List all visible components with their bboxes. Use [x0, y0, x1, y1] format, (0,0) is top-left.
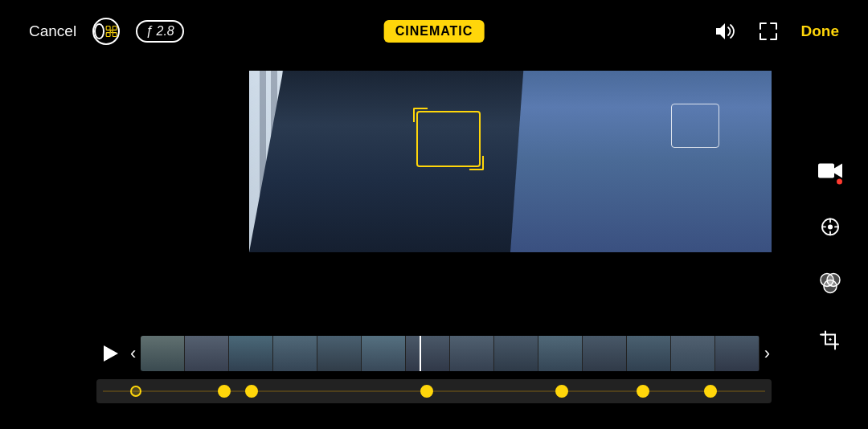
filmstrip[interactable]: [141, 336, 759, 371]
focus-track-line: [103, 391, 765, 392]
film-thumb: [538, 336, 583, 371]
film-thumb: [406, 336, 450, 371]
adjust-tool-icon: [819, 215, 841, 238]
adjust-tool-button[interactable]: [813, 210, 847, 243]
crop-tool-button[interactable]: [813, 322, 847, 356]
track-focus-icon[interactable]: [92, 18, 120, 45]
film-thumb: [229, 336, 273, 371]
film-thumb: [185, 336, 229, 371]
focus-track-dot[interactable]: [245, 385, 258, 398]
svg-point-10: [824, 280, 837, 292]
svg-rect-3: [113, 33, 117, 37]
film-thumb: [715, 336, 760, 371]
filmstrip-scroll-left[interactable]: ‹: [129, 343, 137, 364]
record-dot: [837, 178, 842, 184]
film-thumb: [273, 336, 317, 371]
focus-track-dot[interactable]: [555, 385, 568, 398]
aperture-value: ƒ 2.8: [145, 24, 174, 38]
toolbar-center: CINEMATIC: [384, 20, 485, 43]
focus-track-dot[interactable]: [637, 385, 649, 398]
svg-point-4: [110, 30, 113, 32]
toolbar: Cancel ƒ 2.8 CINEMATIC: [0, 0, 868, 63]
cancel-button[interactable]: Cancel: [29, 22, 76, 40]
cinematic-badge: CINEMATIC: [384, 20, 485, 43]
crop-tool-icon: [819, 328, 841, 350]
filmstrip-row: ‹ ›: [96, 333, 772, 374]
done-button[interactable]: Done: [801, 22, 840, 40]
aperture-badge[interactable]: ƒ 2.8: [136, 20, 184, 43]
film-thumb: [141, 336, 185, 371]
volume-svg: [713, 20, 735, 43]
expand-icon[interactable]: [758, 21, 779, 42]
dancer-background: [510, 71, 772, 252]
volume-icon[interactable]: [713, 20, 735, 43]
side-tools-panel: [813, 153, 847, 356]
play-button[interactable]: [96, 339, 125, 368]
film-thumb: [362, 336, 406, 371]
focus-track-row[interactable]: [96, 379, 772, 403]
video-container: [96, 63, 772, 333]
filmstrip-scroll-right[interactable]: ›: [763, 343, 772, 364]
video-tool-button[interactable]: [813, 153, 847, 187]
cinematic-label: CINEMATIC: [395, 24, 473, 38]
svg-rect-1: [113, 27, 117, 31]
toolbar-right: Done: [713, 20, 840, 43]
focus-box-primary[interactable]: [416, 111, 481, 167]
svg-rect-0: [106, 27, 110, 31]
film-thumb: [671, 336, 715, 371]
focus-box-secondary[interactable]: [671, 104, 719, 148]
focus-track-dot[interactable]: [218, 385, 231, 398]
film-thumb: [450, 336, 494, 371]
play-icon: [104, 345, 118, 362]
toolbar-left: Cancel ƒ 2.8: [29, 18, 184, 45]
phone-frame: Cancel ƒ 2.8 CINEMATIC: [0, 0, 868, 429]
video-frame[interactable]: [249, 71, 772, 252]
film-thumb: [494, 336, 538, 371]
focus-track-svg: [104, 18, 118, 44]
focus-track-dot[interactable]: [704, 385, 717, 398]
film-thumb: [583, 336, 627, 371]
bottom-controls: ‹ ›: [96, 333, 772, 421]
expand-svg: [758, 21, 779, 42]
film-thumb: [317, 336, 362, 371]
svg-rect-2: [106, 33, 110, 37]
color-tool-icon: [819, 272, 841, 294]
svg-rect-5: [818, 163, 834, 178]
focus-track-dot[interactable]: [130, 386, 141, 397]
video-tool-icon: [818, 161, 842, 180]
focus-track-dot[interactable]: [420, 385, 433, 398]
svg-point-7: [828, 224, 833, 229]
color-tool-button[interactable]: [813, 266, 847, 300]
film-thumb: [627, 336, 671, 371]
playhead: [420, 336, 421, 371]
